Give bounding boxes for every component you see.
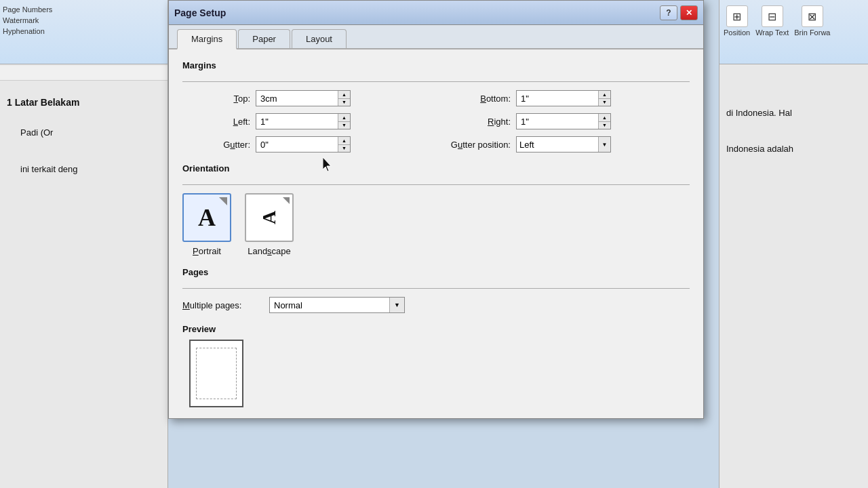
top-down-button[interactable]: ▼ — [338, 99, 350, 106]
pages-section-title: Pages — [182, 267, 690, 280]
ribbon-right-label-3: Brin Forwa — [794, 28, 830, 37]
top-input[interactable] — [256, 91, 338, 106]
gutter-position-select-wrapper[interactable]: Left Right Top ▼ — [516, 136, 611, 152]
right-label: Right: — [443, 117, 511, 127]
preview-section: Preview — [182, 324, 690, 407]
portrait-option[interactable]: A Portrait — [182, 193, 231, 256]
bottom-spinner-arrows: ▲ ▼ — [598, 91, 610, 106]
doc-right-text-1: di Indonesia. Hal — [726, 105, 861, 121]
tab-paper[interactable]: Paper — [238, 29, 290, 48]
left-label: Left: — [182, 117, 250, 127]
ribbon-label-3: Hyphenation — [3, 27, 163, 35]
margins-section-title: Margins — [182, 60, 690, 73]
page-setup-dialog: Page Setup ? ✕ Margins Paper Layout Marg… — [168, 0, 704, 419]
right-up-button[interactable]: ▲ — [599, 114, 610, 122]
right-input[interactable] — [517, 114, 598, 129]
doc-left-panel: Page Numbers Watermark Hyphenation 1 Lat… — [0, 0, 168, 488]
ribbon-label-2: Watermark — [3, 16, 163, 24]
top-spinner[interactable]: ▲ ▼ — [256, 90, 351, 106]
bottom-up-button[interactable]: ▲ — [599, 91, 610, 99]
portrait-label: Portrait — [193, 246, 221, 256]
pages-section: Pages Multiple pages: Normal Mirror marg… — [182, 267, 690, 313]
doc-content-left: 1 Latar Belakam Padi (Or ini terkait den… — [0, 81, 167, 190]
preview-title: Preview — [182, 324, 690, 334]
landscape-label: Landscape — [248, 246, 291, 256]
ribbon-right-item-3: ⊠ Brin Forwa — [794, 5, 830, 37]
multiple-pages-row: Multiple pages: Normal Mirror margins 2 … — [182, 297, 690, 313]
multiple-pages-dropdown-arrow[interactable]: ▼ — [389, 298, 404, 312]
left-row: Left: ▲ ▼ — [182, 113, 429, 129]
orientation-section: Orientation A Portrait A La — [182, 163, 690, 256]
wrap-text-icon: ⊟ — [762, 5, 783, 27]
portrait-icon[interactable]: A — [182, 193, 231, 242]
right-row: Right: ▲ ▼ — [443, 113, 690, 129]
gutter-down-button[interactable]: ▼ — [338, 145, 350, 152]
multiple-pages-select[interactable]: Normal Mirror margins 2 pages per sheet … — [270, 299, 389, 312]
multiple-pages-select-wrapper[interactable]: Normal Mirror margins 2 pages per sheet … — [269, 297, 405, 313]
doc-right-panel: ⊞ Position ⊟ Wrap Text ⊠ Brin Forwa di I… — [719, 0, 868, 488]
titlebar-buttons: ? ✕ — [660, 5, 698, 20]
gutter-position-label: Gutter position: — [443, 140, 511, 150]
margins-section: Margins Top: ▲ ▼ Bottom: — [182, 60, 690, 152]
bottom-input[interactable] — [517, 91, 598, 106]
doc-text-2: ini terkait deng — [20, 161, 161, 177]
bring-forward-icon: ⊠ — [802, 5, 823, 27]
left-spinner-arrows: ▲ ▼ — [338, 114, 350, 129]
ribbon-right: ⊞ Position ⊟ Wrap Text ⊠ Brin Forwa — [719, 0, 868, 64]
landscape-letter: A — [258, 211, 280, 224]
dialog-tabs: Margins Paper Layout — [169, 25, 703, 49]
doc-right-text-2: Indonesia adalah — [726, 141, 861, 157]
margins-form-grid: Top: ▲ ▼ Bottom: ▲ — [182, 90, 690, 152]
gutter-position-dropdown-arrow[interactable]: ▼ — [598, 137, 610, 152]
gutter-position-select[interactable]: Left Right Top — [517, 138, 598, 151]
ribbon-right-label-2: Wrap Text — [755, 28, 789, 37]
landscape-option[interactable]: A Landscape — [245, 193, 294, 256]
doc-heading: 1 Latar Belakam — [7, 94, 161, 111]
landscape-corner — [283, 197, 290, 204]
dialog-body: Margins Top: ▲ ▼ Bottom: — [169, 49, 703, 418]
gutter-input[interactable] — [256, 137, 338, 152]
left-spinner[interactable]: ▲ ▼ — [256, 113, 351, 129]
top-spinner-arrows: ▲ ▼ — [338, 91, 350, 106]
orientation-section-title: Orientation — [182, 163, 690, 176]
dialog-title: Page Setup — [174, 7, 226, 18]
ribbon-left: Page Numbers Watermark Hyphenation — [0, 0, 167, 64]
gutter-spinner[interactable]: ▲ ▼ — [256, 136, 351, 152]
dialog-titlebar: Page Setup ? ✕ — [169, 1, 703, 25]
gutter-row: Gutter: ▲ ▼ — [182, 136, 429, 152]
doc-content-right: di Indonesia. Hal Indonesia adalah — [719, 64, 868, 164]
gutter-spinner-arrows: ▲ ▼ — [338, 137, 350, 152]
ribbon-label-1: Page Numbers — [3, 5, 163, 14]
preview-margin-lines — [196, 348, 237, 399]
landscape-icon[interactable]: A — [245, 193, 294, 242]
top-label: Top: — [182, 94, 250, 104]
gutter-label: Gutter: — [182, 140, 250, 150]
right-down-button[interactable]: ▼ — [599, 122, 610, 129]
left-down-button[interactable]: ▼ — [338, 122, 350, 129]
orientation-divider — [182, 184, 690, 185]
ribbon-right-item-1: ⊞ Position — [724, 5, 750, 37]
bottom-down-button[interactable]: ▼ — [599, 99, 610, 106]
ribbon-right-item-2: ⊟ Wrap Text — [755, 5, 789, 37]
bottom-label: Bottom: — [443, 94, 511, 104]
help-button[interactable]: ? — [660, 5, 677, 20]
preview-box — [189, 340, 243, 407]
ruler-left — [0, 66, 167, 81]
orientation-group: A Portrait A Landscape — [182, 193, 690, 256]
doc-text-1: Padi (Or — [20, 125, 161, 140]
bottom-spinner[interactable]: ▲ ▼ — [516, 90, 611, 106]
tab-margins[interactable]: Margins — [177, 29, 237, 49]
margins-divider — [182, 81, 690, 82]
close-button[interactable]: ✕ — [680, 5, 698, 20]
top-up-button[interactable]: ▲ — [338, 91, 350, 99]
gutter-position-row: Gutter position: Left Right Top ▼ — [443, 136, 690, 152]
bottom-row: Bottom: ▲ ▼ — [443, 90, 690, 106]
gutter-up-button[interactable]: ▲ — [338, 137, 350, 145]
right-spinner-arrows: ▲ ▼ — [598, 114, 610, 129]
right-spinner[interactable]: ▲ ▼ — [516, 113, 611, 129]
portrait-corner — [219, 197, 227, 205]
left-input[interactable] — [256, 114, 338, 129]
ribbon-right-label-1: Position — [724, 28, 750, 37]
tab-layout[interactable]: Layout — [292, 29, 347, 48]
left-up-button[interactable]: ▲ — [338, 114, 350, 122]
